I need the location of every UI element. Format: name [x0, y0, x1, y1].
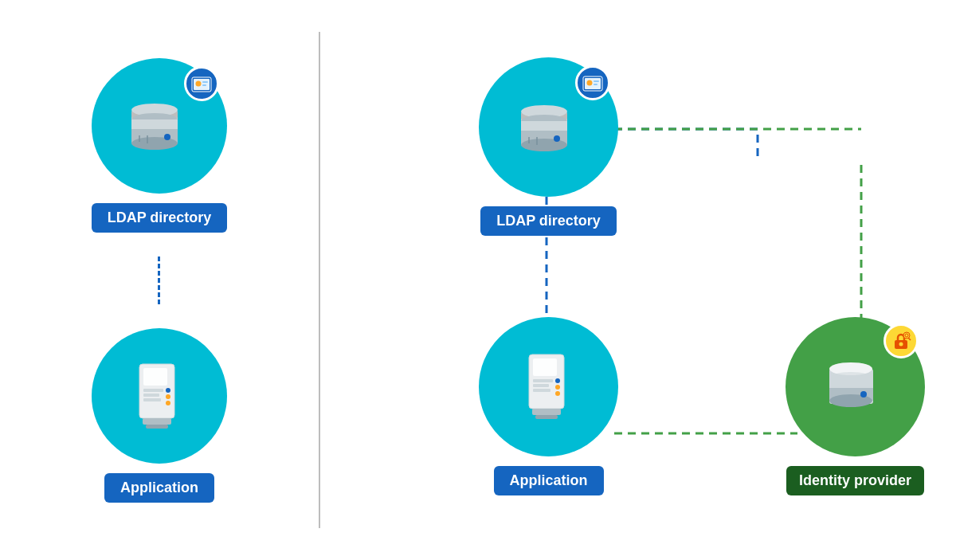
right-app-node: Application [479, 317, 618, 495]
svg-point-10 [164, 134, 170, 140]
db-icon-right [513, 97, 585, 157]
svg-line-70 [908, 338, 911, 340]
svg-point-20 [166, 394, 170, 399]
idp-label: Identity provider [786, 466, 924, 495]
svg-point-13 [195, 80, 201, 86]
left-app-node: Application [92, 328, 227, 503]
svg-point-41 [554, 135, 560, 142]
lock-icon [891, 331, 911, 351]
svg-rect-46 [594, 84, 598, 85]
server-icon-left [133, 360, 185, 432]
svg-point-49 [555, 378, 560, 383]
badge-icon-left [191, 75, 212, 92]
left-ldap-node: LDAP directory [92, 58, 228, 233]
svg-point-21 [166, 401, 170, 405]
svg-rect-55 [532, 409, 561, 415]
svg-point-7 [131, 137, 178, 150]
left-panel: LDAP directory [0, 0, 319, 560]
svg-point-51 [555, 391, 560, 396]
svg-rect-25 [143, 418, 171, 425]
svg-rect-22 [143, 389, 163, 392]
server-icon-right [523, 350, 574, 422]
svg-point-65 [829, 362, 872, 375]
id-badge-right [575, 65, 610, 100]
right-ldap-circle [479, 57, 618, 197]
left-ldap-circle [92, 58, 227, 194]
svg-rect-48 [533, 358, 557, 376]
svg-point-50 [555, 385, 560, 390]
svg-rect-23 [143, 394, 159, 397]
idp-node: Identity provider [786, 317, 925, 495]
right-ldap-node: LDAP directory [479, 57, 618, 236]
svg-point-38 [521, 139, 567, 151]
svg-rect-56 [535, 415, 558, 419]
lock-badge [884, 323, 919, 358]
svg-rect-54 [533, 389, 550, 392]
left-ldap-label: LDAP directory [92, 203, 228, 233]
idp-circle [786, 317, 925, 456]
left-app-circle [92, 328, 227, 464]
svg-point-64 [860, 391, 867, 397]
right-panel: LDAP directory [320, 0, 956, 560]
diagram-container: LDAP directory [0, 0, 956, 560]
svg-rect-15 [202, 84, 206, 86]
svg-rect-18 [143, 368, 167, 386]
svg-rect-53 [533, 384, 549, 387]
right-ldap-label: LDAP directory [480, 206, 617, 236]
left-dashed-line [158, 257, 160, 304]
db-icon-left [123, 96, 195, 155]
svg-rect-14 [202, 81, 208, 83]
badge-icon-right [582, 74, 603, 92]
left-nodes: LDAP directory [92, 26, 228, 535]
svg-rect-26 [146, 425, 168, 429]
svg-point-44 [587, 80, 593, 85]
right-nodes: LDAP directory [335, 33, 941, 527]
right-app-label: Application [494, 466, 604, 495]
idp-db-icon [820, 354, 891, 418]
svg-point-67 [899, 342, 903, 346]
svg-rect-24 [143, 398, 161, 401]
svg-point-19 [166, 388, 170, 393]
svg-rect-45 [594, 80, 599, 82]
right-app-circle [479, 317, 618, 456]
left-app-label: Application [104, 473, 214, 503]
svg-rect-52 [533, 379, 553, 382]
id-badge-left [184, 66, 219, 101]
